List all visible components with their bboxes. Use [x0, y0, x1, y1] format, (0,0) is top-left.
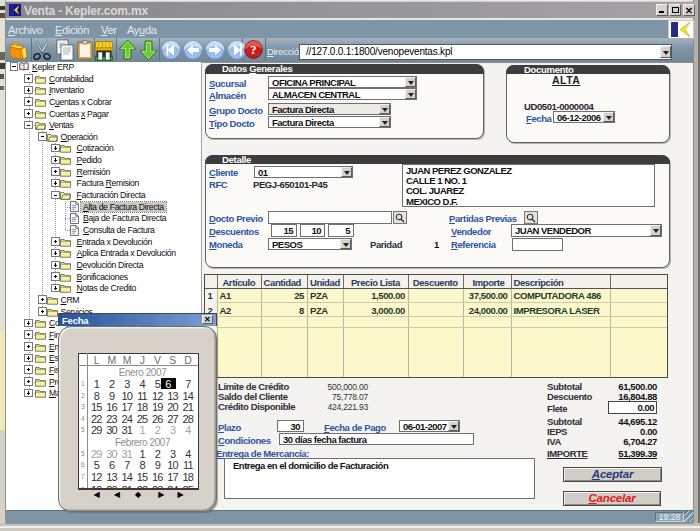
svg-text:?: ? — [250, 43, 256, 57]
